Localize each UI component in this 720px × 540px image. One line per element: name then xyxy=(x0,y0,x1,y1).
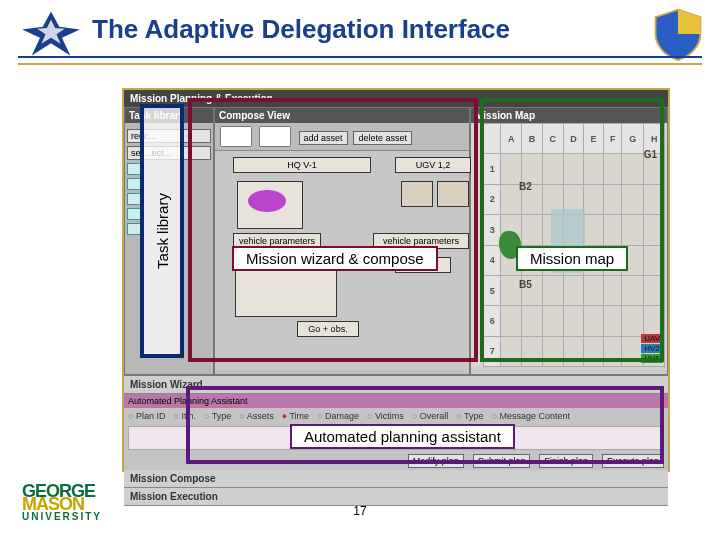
afrl-shield-icon xyxy=(650,6,706,62)
task-glyph-icon xyxy=(127,163,141,175)
col-planid: Plan ID xyxy=(128,411,165,421)
task-glyph-icon xyxy=(127,223,141,235)
mission-compose-row[interactable]: Mission Compose xyxy=(124,470,668,488)
title-rule xyxy=(18,56,702,65)
overlay-label-lib: Task library xyxy=(154,193,171,269)
page-number: 17 xyxy=(0,504,720,518)
task-glyph-icon xyxy=(127,208,141,220)
task-glyph-icon xyxy=(127,193,141,205)
task-glyph-icon xyxy=(127,178,141,190)
overlay-label-compose: Mission wizard & compose xyxy=(232,246,438,271)
overlay-compose xyxy=(188,98,478,362)
slide-title: The Adaptive Delegation Interface xyxy=(92,14,632,45)
overlay-label-apa: Automated planning assistant xyxy=(290,424,515,449)
overlay-task-library: Task library xyxy=(140,104,184,358)
row-label: Mission Execution xyxy=(130,491,218,502)
row-label: Mission Compose xyxy=(130,473,216,484)
overlay-map xyxy=(480,98,664,362)
air-force-logo xyxy=(14,6,88,61)
overlay-label-map: Mission map xyxy=(516,246,628,271)
